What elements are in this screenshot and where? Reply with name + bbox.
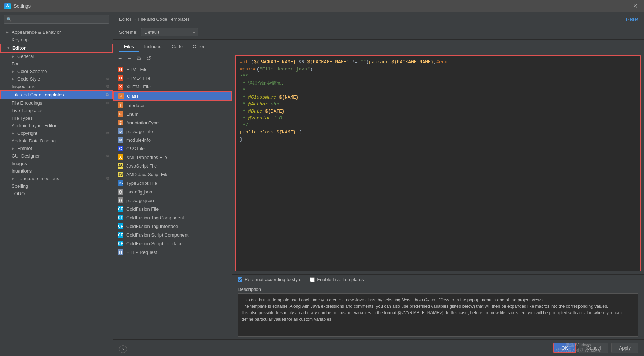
file-item-label: ColdFusion Script Interface	[126, 241, 183, 246]
code-line-7: * @Author abc	[240, 101, 636, 108]
arrow-icon: ▶	[6, 30, 9, 34]
tab-files[interactable]: Files	[119, 42, 139, 52]
file-type-icon: X	[118, 84, 123, 90]
close-button[interactable]: ✕	[631, 2, 640, 10]
description-text: This is a built-in template used each ti…	[238, 293, 638, 337]
file-item-cf-script-component[interactable]: CF ColdFusion Script Component	[113, 231, 232, 239]
sidebar-item-fileandcodetemplates[interactable]: File and Code Templates ⧉	[0, 90, 113, 99]
file-item-class[interactable]: J Class	[113, 91, 232, 101]
apply-button[interactable]: Apply	[611, 343, 638, 353]
tab-code[interactable]: Code	[166, 42, 188, 52]
ok-button[interactable]: OK	[553, 343, 576, 353]
file-item-label: package.json	[126, 198, 154, 203]
file-item-label: Interface	[126, 103, 145, 108]
search-input[interactable]	[4, 15, 109, 24]
breadcrumb-part1: Editor	[119, 17, 131, 22]
file-item-cf-script-interface[interactable]: CF ColdFusion Script Interface	[113, 239, 232, 248]
sidebar-item-label: TODO	[12, 191, 25, 196]
sidebar-item-androiddatabinding[interactable]: Android Data Binding	[0, 137, 113, 145]
tab-other[interactable]: Other	[188, 42, 210, 52]
reformat-checkbox-label[interactable]: Reformat according to style	[238, 277, 301, 282]
arrow-icon: ▶	[12, 131, 15, 135]
tab-includes[interactable]: Includes	[139, 42, 166, 52]
sidebar-item-todo[interactable]: TODO	[0, 190, 113, 197]
sidebar-item-androidlayouteditor[interactable]: Android Layout Editor	[0, 122, 113, 129]
reset-button[interactable]: Reset	[626, 17, 638, 22]
code-line-2: #parse("File Header.java")	[240, 66, 636, 73]
file-item-enum[interactable]: E Enum	[113, 110, 232, 118]
sidebar-item-codestyle[interactable]: ▶ Code Style ⧉	[0, 75, 113, 83]
file-type-icon: CF	[118, 223, 123, 229]
sidebar-item-inspections[interactable]: Inspections ⧉	[0, 83, 113, 90]
help-button[interactable]: ?	[119, 345, 127, 353]
file-item-typescript[interactable]: TS TypeScript File	[113, 179, 232, 187]
file-item-css[interactable]: C CSS File	[113, 144, 232, 153]
sidebar-item-editor[interactable]: ▼ Editor	[0, 44, 113, 53]
sidebar-item-fileencodings[interactable]: File Encodings ⧉	[0, 99, 113, 107]
file-item-javascript[interactable]: JS JavaScript File	[113, 161, 232, 170]
file-item-cf-tag-interface[interactable]: CF ColdFusion Tag Interface	[113, 222, 232, 231]
sidebar-item-livetemplates[interactable]: Live Templates	[0, 107, 113, 114]
livetemplates-checkbox[interactable]	[310, 277, 315, 282]
search-icon: 🔍	[6, 17, 12, 22]
copy-button[interactable]: ⧉	[135, 55, 142, 63]
file-type-icon: I	[118, 102, 123, 108]
file-item-module-info[interactable]: m module-info	[113, 136, 232, 144]
file-item-label: ColdFusion Tag Component	[126, 215, 184, 220]
file-item-xhtml[interactable]: X XHTML File	[113, 82, 232, 91]
sidebar-item-font[interactable]: Font	[0, 60, 113, 68]
sidebar-item-filetypes[interactable]: File Types	[0, 114, 113, 122]
sidebar-item-label: Keymap	[12, 37, 29, 42]
sidebar-item-images[interactable]: Images	[0, 160, 113, 167]
sidebar-item-languageinjections[interactable]: ▶ Language Injections ⧉	[0, 175, 113, 182]
file-item-label: ColdFusion Tag Interface	[126, 224, 178, 229]
file-item-package-json[interactable]: {} package.json	[113, 196, 232, 205]
reset-template-button[interactable]: ↺	[145, 54, 152, 63]
scheme-select[interactable]: Default Project	[141, 28, 198, 36]
sidebar-item-appearance[interactable]: ▶ Appearance & Behavior	[0, 28, 113, 36]
file-item-tsconfig[interactable]: {} tsconfig.json	[113, 187, 232, 196]
add-button[interactable]: +	[117, 55, 123, 63]
file-item-html4[interactable]: H HTML4 File	[113, 74, 232, 82]
sidebar-item-guidesigner[interactable]: GUI Designer ⧉	[0, 152, 113, 160]
app-icon: A	[4, 3, 11, 9]
sidebar-item-intentions[interactable]: Intentions	[0, 167, 113, 175]
file-item-http-request[interactable]: H HTTP Request	[113, 248, 232, 256]
sidebar-item-keymap[interactable]: Keymap	[0, 36, 113, 44]
remove-button[interactable]: −	[126, 55, 132, 63]
sidebar-item-label: Inspections	[12, 84, 35, 89]
scheme-row: Scheme: Default Project ▼	[113, 25, 644, 40]
file-item-annotationtype[interactable]: @ AnnotationType	[113, 118, 232, 127]
file-type-icon: JS	[118, 172, 123, 177]
file-item-label: HTML4 File	[126, 76, 150, 81]
reformat-checkbox[interactable]	[238, 277, 242, 282]
sidebar-item-copyright[interactable]: ▶ Copyright ⧉	[0, 129, 113, 137]
file-item-coldfusion[interactable]: CF ColdFusion File	[113, 205, 232, 213]
file-item-html[interactable]: H HTML File	[113, 65, 232, 74]
sidebar-item-spelling[interactable]: Spelling	[0, 182, 113, 190]
file-item-package-info[interactable]: p package-info	[113, 127, 232, 136]
arrow-icon: ▶	[12, 77, 15, 81]
sidebar-item-colorscheme[interactable]: ▶ Color Scheme	[0, 68, 113, 75]
code-line-6: * @ClassName ${NAME}	[240, 94, 636, 101]
breadcrumb: Editor › File and Code Templates	[119, 17, 190, 22]
file-item-xml-properties[interactable]: X XML Properties File	[113, 153, 232, 161]
sidebar-item-general[interactable]: ▶ General	[0, 53, 113, 60]
cancel-button[interactable]: Cancel	[579, 343, 608, 353]
file-item-cf-tag-component[interactable]: CF ColdFusion Tag Component	[113, 213, 232, 222]
file-type-icon: CF	[118, 206, 123, 212]
file-item-label: XML Properties File	[126, 155, 167, 160]
file-list-toolbar: + − ⧉ ↺	[113, 52, 232, 65]
sidebar-item-label: Live Templates	[12, 108, 42, 113]
file-item-interface[interactable]: I Interface	[113, 101, 232, 110]
arrow-icon: ▶	[12, 177, 15, 181]
livetemplates-checkbox-label[interactable]: Enable Live Templates	[310, 277, 364, 282]
file-item-amd-javascript[interactable]: JS AMD JavaScript File	[113, 170, 232, 179]
file-item-label: Class	[127, 93, 139, 99]
sidebar-item-label: Code Style	[17, 76, 40, 82]
code-editor[interactable]: #if (${PACKAGE_NAME} && ${PACKAGE_NAME} …	[235, 55, 641, 271]
sidebar-item-label: Color Scheme	[17, 69, 47, 74]
sidebar-item-emmet[interactable]: ▶ Emmet	[0, 145, 113, 152]
file-item-label: package-info	[126, 129, 153, 134]
sidebar-item-label: Editor	[12, 45, 26, 51]
